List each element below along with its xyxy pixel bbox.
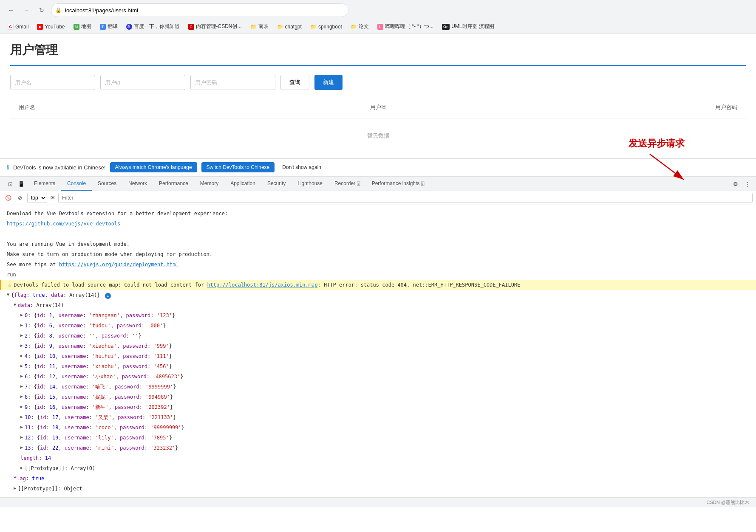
console-line: ▶ 0: {id: 1, username: 'zhangsan', passw… bbox=[0, 310, 756, 321]
expand-arrow[interactable]: ▶ bbox=[14, 485, 16, 491]
console-text: 4: {id: 10, username: 'huihui', password… bbox=[25, 352, 172, 360]
expand-arrow[interactable]: ▶ bbox=[20, 373, 23, 379]
console-line: ▶ 6: {id: 12, username: '小xhao', passwor… bbox=[0, 372, 756, 382]
expand-arrow[interactable]: ▶ bbox=[20, 352, 23, 359]
bookmark-baidu[interactable]: 百 百度一下，你就知道 bbox=[124, 22, 182, 31]
bookmark-gmail[interactable]: G Gmail bbox=[5, 23, 31, 31]
expand-arrow[interactable]: ▶ bbox=[20, 393, 23, 400]
expand-arrow[interactable]: ▶ bbox=[20, 383, 23, 389]
expand-arrow[interactable]: ▶ bbox=[20, 363, 23, 369]
expand-arrow[interactable]: ▶ bbox=[20, 434, 23, 440]
password-input[interactable] bbox=[190, 75, 275, 90]
axios-map-link[interactable]: http://localhost:81/js/axios.min.map bbox=[207, 282, 317, 288]
tab-recorder[interactable]: Recorder ⌺ bbox=[328, 177, 366, 191]
bookmark-translate-label: 翻译 bbox=[108, 23, 118, 30]
expand-arrow[interactable]: ▶ bbox=[20, 444, 23, 450]
console-filter-input[interactable] bbox=[58, 193, 753, 203]
console-text: 8: {id: 15, username: '妮妮', password: '9… bbox=[25, 393, 173, 401]
bookmark-maps[interactable]: M 地图 bbox=[71, 22, 94, 31]
search-bar: 查询 新建 bbox=[10, 75, 746, 90]
baidu-favicon: 百 bbox=[126, 24, 132, 30]
tab-performance[interactable]: Performance bbox=[153, 177, 194, 191]
username-input[interactable] bbox=[10, 75, 95, 90]
new-button[interactable]: 新建 bbox=[314, 75, 343, 90]
tab-security[interactable]: Security bbox=[261, 177, 292, 191]
devtools-settings-icon[interactable]: ⚙ bbox=[731, 179, 741, 189]
console-line: ▶ 9: {id: 16, username: '新生', password: … bbox=[0, 402, 756, 412]
tab-performance-insights[interactable]: Performance insights ⌺ bbox=[366, 177, 430, 191]
console-line: ▼ data: Array(14) bbox=[0, 300, 756, 310]
back-button[interactable]: ← bbox=[5, 4, 17, 16]
bookmark-bilibili[interactable]: b 哔哩哔哩（ °- °）つ... bbox=[375, 22, 436, 31]
browser-toolbar: ← → ↻ 🔒 bbox=[0, 0, 756, 20]
tab-network[interactable]: Network bbox=[122, 177, 153, 191]
tab-elements[interactable]: Elements bbox=[28, 177, 61, 191]
console-text: See more tips at https://vuejs.org/guide… bbox=[7, 261, 179, 268]
bookmark-chatgpt[interactable]: 📁 chatgpt bbox=[275, 23, 304, 31]
console-line: length: 14 bbox=[0, 453, 756, 463]
eye-icon: 👁 bbox=[50, 194, 56, 201]
console-filter-icon[interactable]: ⊘ bbox=[15, 193, 25, 203]
expand-arrow[interactable]: ▶ bbox=[20, 342, 23, 349]
address-bar-wrap: 🔒 bbox=[51, 3, 348, 17]
devtools-device-icon[interactable]: 📱 bbox=[16, 179, 26, 189]
bookmark-csdn[interactable]: C 内容管理-CSDN创... bbox=[186, 22, 244, 31]
console-text: You are running Vue in development mode. bbox=[7, 240, 130, 248]
browser-chrome: ← → ↻ 🔒 G Gmail ▶ YouTube M 地图 T 翻译 百 百度… bbox=[0, 0, 756, 34]
on-favicon: On bbox=[442, 24, 450, 30]
bottom-bar: CSDN @恶熊比比木 bbox=[0, 497, 756, 507]
tab-sources[interactable]: Sources bbox=[92, 177, 122, 191]
console-clear-button[interactable]: 🚫 bbox=[3, 193, 13, 203]
expand-arrow[interactable]: ▶ bbox=[20, 414, 23, 420]
expand-arrow[interactable]: ▶ bbox=[20, 464, 23, 471]
switch-chinese-button[interactable]: Switch DevTools to Chinese bbox=[201, 162, 275, 172]
expand-arrow[interactable]: ▶ bbox=[20, 332, 23, 338]
bookmark-nanong[interactable]: 📁 南农 bbox=[248, 22, 271, 31]
forward-button[interactable]: → bbox=[20, 4, 32, 16]
nanong-favicon: 📁 bbox=[250, 24, 257, 30]
bookmark-youtube[interactable]: ▶ YouTube bbox=[34, 23, 67, 31]
console-text: [[Prototype]]: Array(0) bbox=[25, 464, 95, 472]
console-text: 6: {id: 12, username: '小xhao', password:… bbox=[25, 373, 183, 380]
vuejs-deploy-link[interactable]: https://vuejs.org/guide/deployment.html bbox=[59, 262, 179, 267]
devtools-tabs-row: ⊡ 📱 Elements Console Sources Network Per… bbox=[0, 177, 756, 191]
match-language-button[interactable]: Always match Chrome's language bbox=[110, 162, 197, 172]
expand-arrow[interactable]: ▶ bbox=[20, 403, 23, 410]
bookmark-uml[interactable]: On UML时序图 流程图 bbox=[439, 22, 497, 31]
devtools-more-icon[interactable]: ⋮ bbox=[742, 179, 753, 189]
console-text: run bbox=[7, 271, 16, 279]
devtools-notify-container: ℹ DevTools is now available in Chinese! … bbox=[0, 158, 756, 176]
console-line: Download the Vue Devtools extension for … bbox=[0, 208, 756, 219]
address-bar-input[interactable] bbox=[51, 3, 348, 17]
expand-arrow[interactable]: ▼ bbox=[7, 291, 9, 298]
bookmark-lunwen[interactable]: 📁 论文 bbox=[348, 22, 371, 31]
console-line: See more tips at https://vuejs.org/guide… bbox=[0, 259, 756, 270]
console-warning-text: DevTools failed to load source map: Coul… bbox=[14, 281, 520, 289]
tab-memory[interactable]: Memory bbox=[194, 177, 224, 191]
expand-arrow[interactable]: ▶ bbox=[20, 322, 23, 328]
tab-console[interactable]: Console bbox=[61, 177, 92, 191]
console-line: https://github.com/vuejs/vue-devtools bbox=[0, 219, 756, 229]
userid-input[interactable] bbox=[100, 75, 185, 90]
expand-arrow[interactable]: ▼ bbox=[14, 301, 16, 308]
expand-arrow[interactable]: ▶ bbox=[20, 424, 23, 430]
console-line: ▼ {flag: true, data: Array(14)} i bbox=[0, 290, 756, 300]
bookmark-translate[interactable]: T 翻译 bbox=[97, 22, 120, 31]
vue-devtools-link[interactable]: https://github.com/vuejs/vue-devtools bbox=[7, 220, 120, 228]
bookmark-nanong-label: 南农 bbox=[258, 23, 269, 30]
tab-lighthouse[interactable]: Lighthouse bbox=[292, 177, 328, 191]
notify-text: DevTools is now available in Chinese! bbox=[13, 164, 106, 171]
console-line: ▶ 2: {id: 8, username: '', password: ''} bbox=[0, 331, 756, 341]
console-text: 5: {id: 11, username: 'xiaohu', password… bbox=[25, 363, 172, 370]
bookmark-springboot[interactable]: 📁 springboot bbox=[308, 23, 345, 31]
devtools-inspect-icon[interactable]: ⊡ bbox=[5, 179, 15, 189]
dont-show-button[interactable]: Don't show again bbox=[279, 162, 325, 172]
console-line: ▶ 12: {id: 19, username: 'lily', passwor… bbox=[0, 433, 756, 443]
tab-application[interactable]: Application bbox=[224, 177, 261, 191]
query-button[interactable]: 查询 bbox=[280, 75, 309, 90]
console-level-select[interactable]: top bbox=[27, 193, 47, 203]
reload-button[interactable]: ↻ bbox=[36, 4, 48, 16]
bookmark-csdn-label: 内容管理-CSDN创... bbox=[196, 23, 242, 30]
console-line bbox=[0, 229, 756, 239]
expand-arrow[interactable]: ▶ bbox=[20, 312, 23, 318]
